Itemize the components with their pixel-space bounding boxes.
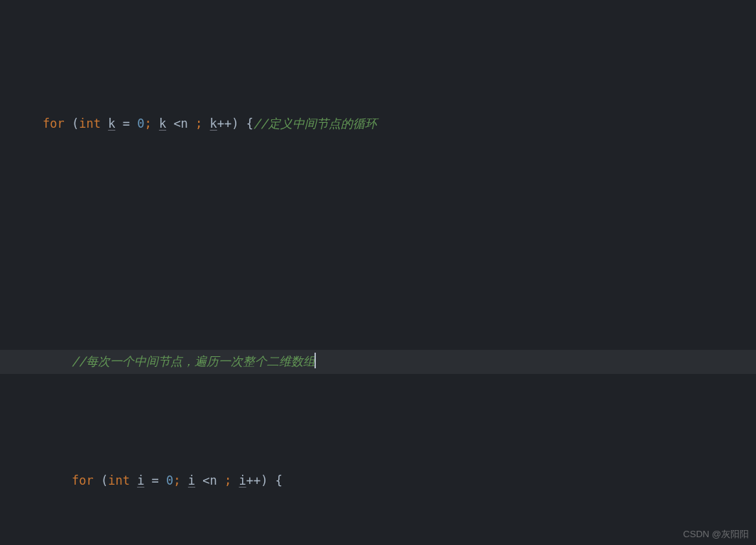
code-line-active: //每次一个中间节点，遍历一次整个二维数组 <box>0 350 756 374</box>
comment: //定义中间节点的循环 <box>253 116 376 131</box>
keyword-int: int <box>79 116 101 131</box>
var-k: k <box>108 116 115 131</box>
watermark-text: CSDN @灰阳阳 <box>683 528 749 541</box>
code-line: for (int i = 0; i <n ; i++) { <box>0 469 756 493</box>
keyword-for: for <box>43 116 65 131</box>
code-editor: for (int k = 0; k <n ; k++) {//定义中间节点的循环… <box>0 0 756 545</box>
comment: //每次一个中间节点，遍历一次整个二维数组 <box>72 354 315 368</box>
number-zero: 0 <box>137 116 144 131</box>
code-line: for (int k = 0; k <n ; k++) {//定义中间节点的循环 <box>0 112 756 136</box>
text-caret <box>314 353 316 368</box>
code-line-blank <box>0 231 756 255</box>
